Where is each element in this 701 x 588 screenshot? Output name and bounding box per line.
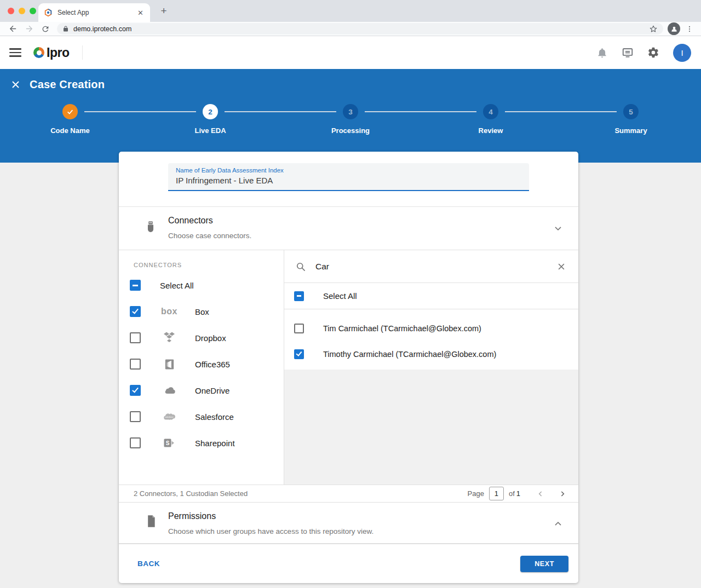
search-input[interactable] xyxy=(315,262,556,272)
step-complete-check-icon xyxy=(62,104,78,119)
onedrive-icon xyxy=(162,383,177,397)
select-all-checkbox[interactable] xyxy=(130,280,141,291)
app-bar: Ipro I xyxy=(0,36,701,69)
pagination: Page of 1 xyxy=(468,487,578,500)
search-icon xyxy=(295,261,306,272)
svg-text:salesforce: salesforce xyxy=(165,416,173,418)
menu-icon[interactable] xyxy=(9,48,21,57)
back-arrow-icon[interactable] xyxy=(6,22,19,36)
box-checkbox[interactable] xyxy=(130,306,141,317)
custodian-row[interactable]: Timothy Carmichael (TCarmichael@Globex.c… xyxy=(284,341,578,367)
sharepoint-checkbox[interactable] xyxy=(130,437,141,448)
office365-icon xyxy=(162,358,177,371)
star-icon[interactable] xyxy=(649,25,658,33)
connector-row-sharepoint[interactable]: S Sharepoint xyxy=(119,430,284,456)
box-icon: box xyxy=(162,307,177,316)
browser-menu-icon[interactable] xyxy=(686,25,693,33)
custodian-row[interactable]: Tim Carmichael (TCarmichael@Globex.com) xyxy=(284,315,578,341)
page-of-label: of xyxy=(509,489,515,498)
page-label: Page xyxy=(468,489,484,498)
connector-row-office365[interactable]: Office365 xyxy=(119,351,284,377)
connectors-panel: CONNECTORS Select All box Box Dropbox xyxy=(119,250,578,485)
page-prev-icon[interactable] xyxy=(536,489,545,499)
url-text[interactable]: demo.iprotech.com xyxy=(73,25,649,33)
bell-icon[interactable] xyxy=(596,47,608,59)
window-controls[interactable] xyxy=(8,8,36,14)
step-review[interactable]: 4 Review xyxy=(421,104,561,135)
svg-text:S: S xyxy=(166,440,170,446)
gear-icon[interactable] xyxy=(647,47,659,59)
system-messages-icon[interactable] xyxy=(622,47,634,59)
reload-icon[interactable] xyxy=(39,22,52,36)
chevron-up-icon[interactable] xyxy=(553,518,564,529)
forward-arrow-icon[interactable] xyxy=(22,22,36,36)
permissions-header[interactable]: Permissions Choose which user groups hav… xyxy=(119,503,578,544)
ipro-logo[interactable]: Ipro xyxy=(33,45,69,60)
browser-tab[interactable]: Select App ✕ xyxy=(38,3,150,22)
custodian-search[interactable] xyxy=(284,250,578,283)
step-live-eda[interactable]: 2 Live EDA xyxy=(140,104,280,135)
browser-profile-icon[interactable] xyxy=(668,22,680,35)
step-number: 4 xyxy=(483,104,498,119)
page-number-input[interactable] xyxy=(489,487,504,500)
connectors-subtitle: Choose case connectors. xyxy=(168,232,251,240)
minimize-window-button[interactable] xyxy=(19,8,25,14)
user-avatar[interactable]: I xyxy=(673,44,691,62)
custodian-checkbox[interactable] xyxy=(294,324,304,333)
onedrive-checkbox[interactable] xyxy=(130,385,141,396)
selection-footer: 2 Connectors, 1 Custodian Selected Page … xyxy=(119,485,578,503)
step-summary[interactable]: 5 Summary xyxy=(561,104,701,135)
page-title: Case Creation xyxy=(30,78,105,91)
connector-row-salesforce[interactable]: salesforce Salesforce xyxy=(119,403,284,430)
custodian-checkbox[interactable] xyxy=(294,349,304,359)
dropbox-checkbox[interactable] xyxy=(130,332,141,343)
close-window-button[interactable] xyxy=(8,8,14,14)
permissions-subtitle: Choose which user groups have access to … xyxy=(168,527,374,535)
connector-list: CONNECTORS Select All box Box Dropbox xyxy=(119,250,284,485)
office365-checkbox[interactable] xyxy=(130,359,141,370)
connector-select-all-row[interactable]: Select All xyxy=(119,272,284,298)
custodian-panel: Select All Tim Carmichael (TCarmichael@G… xyxy=(284,250,578,485)
zoom-window-button[interactable] xyxy=(30,8,36,14)
step-processing[interactable]: 3 Processing xyxy=(280,104,421,135)
connector-row-box[interactable]: box Box xyxy=(119,298,284,325)
step-code-name[interactable]: Code Name xyxy=(0,104,140,135)
close-icon[interactable] xyxy=(10,79,21,90)
connectors-title: Connectors xyxy=(168,216,213,226)
wizard-header: Case Creation Code Name 2 Live EDA 3 Pro… xyxy=(0,69,701,163)
eda-name-section: Name of Early Data Assessment Index xyxy=(119,163,578,206)
custodian-select-all-row[interactable]: Select All xyxy=(284,283,578,309)
eda-name-input[interactable] xyxy=(168,174,529,190)
tab-favicon-icon xyxy=(44,8,53,17)
wizard-stepper: Code Name 2 Live EDA 3 Processing 4 Revi… xyxy=(0,104,701,135)
page-next-icon[interactable] xyxy=(558,489,567,499)
step-number: 2 xyxy=(203,104,218,119)
connector-row-dropbox[interactable]: Dropbox xyxy=(119,325,284,351)
back-button[interactable]: BACK xyxy=(137,560,160,568)
next-button[interactable]: NEXT xyxy=(520,556,568,572)
clear-search-icon[interactable] xyxy=(556,262,566,272)
url-bar[interactable]: demo.iprotech.com xyxy=(57,23,663,34)
browser-toolbar: demo.iprotech.com xyxy=(0,22,701,36)
case-creation-card: Name of Early Data Assessment Index Conn… xyxy=(119,152,578,583)
salesforce-icon: salesforce xyxy=(162,410,177,424)
eda-name-field[interactable]: Name of Early Data Assessment Index xyxy=(168,163,529,191)
salesforce-checkbox[interactable] xyxy=(130,411,141,422)
connectors-header[interactable]: Connectors Choose case connectors. xyxy=(119,207,578,250)
step-connector xyxy=(225,111,336,112)
step-connector xyxy=(505,111,617,112)
tab-close-icon[interactable]: ✕ xyxy=(136,8,145,18)
step-connector xyxy=(84,111,196,112)
lock-icon xyxy=(62,25,69,32)
permissions-title: Permissions xyxy=(168,511,216,521)
chevron-down-icon[interactable] xyxy=(553,223,564,234)
custodian-list-empty-area xyxy=(284,370,578,485)
step-number: 3 xyxy=(343,104,358,119)
connector-row-onedrive[interactable]: OneDrive xyxy=(119,377,284,403)
tab-title: Select App xyxy=(58,9,136,16)
custodian-select-all-checkbox[interactable] xyxy=(294,291,304,301)
step-number: 5 xyxy=(623,104,639,119)
new-tab-button[interactable]: + xyxy=(158,5,170,17)
wizard-actions: BACK NEXT xyxy=(119,544,578,583)
plug-icon xyxy=(145,221,157,236)
